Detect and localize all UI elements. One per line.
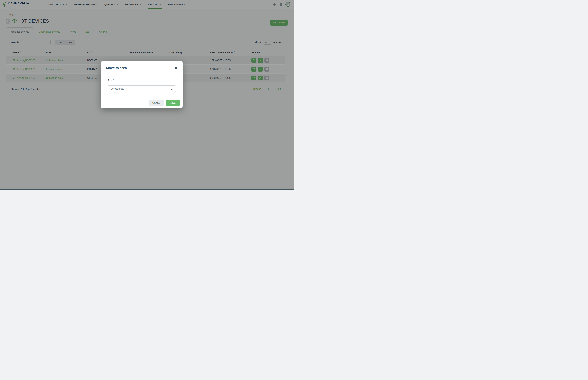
cancel-button[interactable]: Cancel (149, 99, 164, 106)
close-icon (174, 67, 177, 69)
select-arrows-icon (171, 87, 173, 90)
modal-body: Area* Select area (101, 75, 183, 97)
modal-title: Move to area (106, 66, 127, 70)
modal-header: Move to area (101, 61, 183, 75)
area-field-label: Area* (108, 78, 176, 81)
area-select[interactable]: Select area (108, 85, 176, 92)
modal-footer: Cancel Save (101, 97, 183, 108)
window-bottom-edge (0, 189, 294, 190)
window-top-edge (0, 0, 294, 0)
modal-close-button[interactable] (174, 67, 177, 69)
save-button[interactable]: Save (166, 99, 180, 106)
move-to-area-modal: Move to area Area* Select area Cancel Sa… (101, 61, 183, 108)
area-select-placeholder: Select area (111, 87, 124, 90)
window-left-edge (0, 0, 0, 190)
